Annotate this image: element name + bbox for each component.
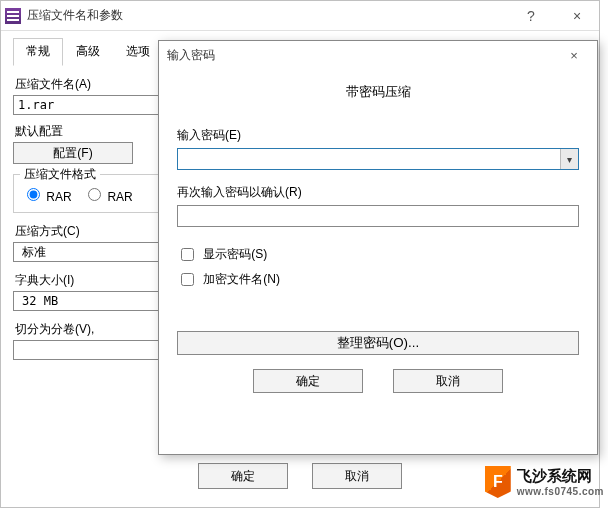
password-combo[interactable]: ▾ <box>177 148 579 170</box>
modal-cancel-button[interactable]: 取消 <box>393 369 503 393</box>
format-rar-alt-radio[interactable]: RAR <box>83 190 133 204</box>
manage-passwords-button[interactable]: 整理密码(O)... <box>177 331 579 355</box>
show-password-box[interactable] <box>181 248 194 261</box>
main-title: 压缩文件名和参数 <box>27 7 513 24</box>
modal-heading: 带密码压缩 <box>177 83 579 101</box>
watermark: F 飞沙系统网 www.fs0745.com <box>485 466 604 498</box>
watermark-line1: 飞沙系统网 <box>517 467 592 484</box>
show-password-checkbox[interactable]: 显示密码(S) <box>177 247 267 261</box>
config-button[interactable]: 配置(F) <box>13 142 133 164</box>
encrypt-names-box[interactable] <box>181 273 194 286</box>
main-cancel-button[interactable]: 取消 <box>312 463 402 489</box>
modal-buttons: 确定 取消 <box>177 369 579 393</box>
password-dropdown-icon[interactable]: ▾ <box>560 149 578 169</box>
modal-body: 带密码压缩 输入密码(E) ▾ 再次输入密码以确认(R) 显示密码(S) 加密文… <box>159 69 597 401</box>
watermark-text: 飞沙系统网 www.fs0745.com <box>517 467 604 497</box>
modal-ok-button[interactable]: 确定 <box>253 369 363 393</box>
confirm-label: 再次输入密码以确认(R) <box>177 184 579 201</box>
format-rar-alt-label: RAR <box>107 190 132 204</box>
format-rar-label: RAR <box>46 190 71 204</box>
watermark-flag-icon: F <box>485 466 511 498</box>
modal-close-button[interactable]: × <box>559 48 589 63</box>
password-dialog: 输入密码 × 带密码压缩 输入密码(E) ▾ 再次输入密码以确认(R) 显示密码… <box>158 40 598 455</box>
format-rar-radio[interactable]: RAR <box>22 190 72 204</box>
password-input[interactable] <box>178 149 560 169</box>
tab-advanced[interactable]: 高级 <box>63 38 113 66</box>
main-ok-button[interactable]: 确定 <box>198 463 288 489</box>
main-titlebar: 压缩文件名和参数 ? × <box>1 1 599 31</box>
encrypt-names-label: 加密文件名(N) <box>203 272 280 286</box>
format-legend: 压缩文件格式 <box>20 166 100 183</box>
tab-options[interactable]: 选项 <box>113 38 163 66</box>
encrypt-names-checkbox[interactable]: 加密文件名(N) <box>177 272 280 286</box>
modal-titlebar: 输入密码 × <box>159 41 597 69</box>
main-window-controls: ? × <box>513 8 595 24</box>
confirm-password-input[interactable] <box>177 205 579 227</box>
watermark-line2: www.fs0745.com <box>517 486 604 497</box>
tab-general[interactable]: 常规 <box>13 38 63 66</box>
show-password-label: 显示密码(S) <box>203 247 267 261</box>
help-button[interactable]: ? <box>513 8 549 24</box>
close-button[interactable]: × <box>559 8 595 24</box>
password-label: 输入密码(E) <box>177 127 579 144</box>
winrar-icon <box>5 8 21 24</box>
modal-title: 输入密码 <box>167 47 559 64</box>
